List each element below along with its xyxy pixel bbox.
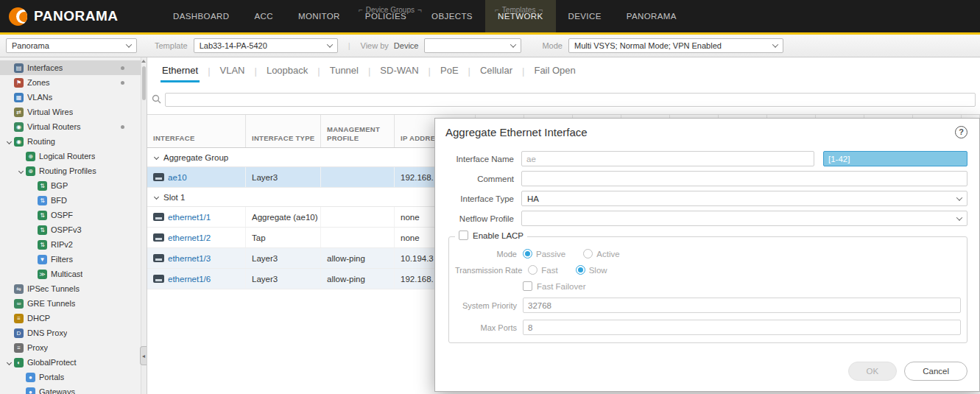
sidebar-item-bgp[interactable]: ⇅BGP xyxy=(0,178,147,193)
nav-monitor[interactable]: MONITOR xyxy=(286,0,353,32)
sidebar-scrollbar[interactable] xyxy=(141,57,147,394)
dialog-header: Aggregate Ethernet Interface ? xyxy=(435,119,979,145)
help-icon[interactable]: ? xyxy=(955,126,967,138)
brand-name: PANORAMA xyxy=(34,8,118,24)
sidebar-item-gre-tunnels[interactable]: ∞GRE Tunnels xyxy=(0,296,147,311)
template-select[interactable]: Lab33-14-PA-5420 xyxy=(194,38,338,53)
interface-link[interactable]: ethernet1/3 xyxy=(168,254,211,263)
mode-select[interactable]: Multi VSYS; Normal Mode; VPN Enabled xyxy=(568,38,783,53)
nav-policies[interactable]: POLICIES xyxy=(353,0,419,32)
interface-link[interactable]: ethernet1/2 xyxy=(168,233,211,242)
nav-acc[interactable]: ACC xyxy=(242,0,285,32)
sidebar-item-multicast[interactable]: ≫Multicast xyxy=(0,267,147,281)
sidebar-item-interfaces[interactable]: ▤Interfaces xyxy=(0,60,147,75)
sidebar-item-proxy[interactable]: ≡Proxy xyxy=(0,340,147,355)
nav-network[interactable]: NETWORK xyxy=(485,0,556,32)
comment-input[interactable] xyxy=(521,171,967,186)
sidebar-item-label: GlobalProtect xyxy=(27,358,77,367)
logical-routers-icon: ⊕ xyxy=(26,152,35,161)
sidebar-item-label: OSPF xyxy=(51,211,73,219)
sidebar-item-label: Multicast xyxy=(51,270,82,278)
search-input[interactable] xyxy=(165,93,976,107)
ok-button[interactable]: OK xyxy=(848,362,898,381)
sidebar-item-gateways[interactable]: ●Gateways xyxy=(0,384,147,394)
scroll-up-icon[interactable] xyxy=(141,60,146,63)
system-priority-input[interactable] xyxy=(523,298,961,313)
sidebar-item-vlans[interactable]: ▦VLANs xyxy=(0,90,147,105)
tab-separator: | xyxy=(255,66,257,77)
interface-cell: ethernet1/1 xyxy=(147,207,246,227)
globalprotect-icon: ◐ xyxy=(14,358,24,367)
tab-loopback[interactable]: Loopback xyxy=(265,59,309,82)
tree-caret-icon[interactable] xyxy=(16,169,26,173)
column-header-interface-type[interactable]: INTERFACE TYPE xyxy=(246,115,321,147)
enable-lacp-checkbox[interactable] xyxy=(459,231,468,240)
scrollbar-thumb[interactable] xyxy=(142,66,146,100)
tree-caret-icon[interactable] xyxy=(4,361,14,365)
mode-select-value: Multi VSYS; Normal Mode; VPN Enabled xyxy=(574,41,722,50)
collapse-caret-icon[interactable] xyxy=(154,194,159,200)
collapse-caret-icon[interactable] xyxy=(154,155,159,160)
sidebar-item-globalprotect[interactable]: ◐GlobalProtect xyxy=(0,355,147,370)
interface-link[interactable]: ethernet1/1 xyxy=(168,213,211,222)
interface-link[interactable]: ae10 xyxy=(168,173,187,182)
filters-icon: ▼ xyxy=(38,255,47,264)
sidebar-item-portals[interactable]: ●Portals xyxy=(0,370,147,384)
interface-name-input[interactable] xyxy=(521,151,814,166)
tab-ethernet[interactable]: Ethernet xyxy=(161,59,200,82)
lacp-mode-passive-radio[interactable]: Passive xyxy=(523,249,565,258)
nav-dashboard[interactable]: DASHBOARD xyxy=(161,0,242,32)
tab-fail-open[interactable]: Fail Open xyxy=(532,59,577,82)
dhcp-icon: ≡ xyxy=(14,314,24,323)
sidebar-item-dhcp[interactable]: ≡DHCP xyxy=(0,311,147,326)
netflow-select[interactable] xyxy=(521,211,967,226)
interface-type-select[interactable]: HA xyxy=(521,191,967,206)
tab-poe[interactable]: PoE xyxy=(439,59,460,82)
tab-tunnel[interactable]: Tunnel xyxy=(328,59,360,82)
sidebar-item-virtual-routers[interactable]: ◉Virtual Routers xyxy=(0,119,147,134)
sidebar-item-dns-proxy[interactable]: DDNS Proxy xyxy=(0,326,147,340)
column-header-management-profile[interactable]: MANAGEMENT PROFILE xyxy=(321,115,395,147)
tab-vlan[interactable]: VLAN xyxy=(219,59,247,82)
profile-cell xyxy=(321,167,395,187)
interface-number-input[interactable] xyxy=(823,151,967,166)
context-select[interactable]: Panorama xyxy=(6,38,137,53)
max-ports-input[interactable] xyxy=(523,320,961,335)
tab-separator: | xyxy=(522,66,524,77)
sidebar-item-filters[interactable]: ▼Filters xyxy=(0,252,147,267)
nav-objects[interactable]: OBJECTS xyxy=(419,0,485,32)
sidebar-item-virtual-wires[interactable]: ⇄Virtual Wires xyxy=(0,105,147,119)
lacp-rate-slow-radio[interactable]: Slow xyxy=(576,265,607,275)
chevron-down-icon xyxy=(956,194,962,200)
sidebar-item-ospf[interactable]: ⇅OSPF xyxy=(0,208,147,222)
interface-link[interactable]: ethernet1/6 xyxy=(168,275,211,284)
lacp-mode-active-radio[interactable]: Active xyxy=(583,249,619,258)
sidebar-item-bfd[interactable]: ⇅BFD xyxy=(0,193,147,208)
nav-device[interactable]: DEVICE xyxy=(556,0,614,32)
subtabs: Ethernet|VLAN|Loopback|Tunnel|SD-WAN|PoE… xyxy=(147,57,980,84)
tab-sd-wan[interactable]: SD-WAN xyxy=(378,59,420,82)
override-dot xyxy=(121,66,124,70)
sidebar-item-ipsec-tunnels[interactable]: ⇋IPSec Tunnels xyxy=(0,281,147,296)
cancel-button[interactable]: Cancel xyxy=(904,362,967,381)
template-select-value: Lab33-14-PA-5420 xyxy=(200,41,267,50)
sidebar-item-logical-routers[interactable]: ⊕Logical Routers xyxy=(0,149,147,163)
sidebar-item-zones[interactable]: ⚑Zones xyxy=(0,75,147,90)
device-select[interactable] xyxy=(424,38,521,53)
nav-panorama[interactable]: PANORAMA xyxy=(614,0,689,32)
dialog-title: Aggregate Ethernet Interface xyxy=(445,126,588,138)
column-header-interface[interactable]: INTERFACE xyxy=(147,115,246,147)
lacp-rate-fast-radio[interactable]: Fast xyxy=(528,265,557,275)
sidebar-item-ospfv3[interactable]: ⇅OSPFv3 xyxy=(0,222,147,237)
sidebar-item-routing-profiles[interactable]: ⊕Routing Profiles xyxy=(0,163,147,178)
fast-failover-option[interactable]: Fast Failover xyxy=(523,281,585,291)
fast-failover-checkbox[interactable] xyxy=(523,281,532,291)
lacp-rate-label: Transmission Rate xyxy=(455,266,528,275)
sidebar-collapse-handle[interactable]: ◂ xyxy=(140,346,147,365)
tree-caret-icon[interactable] xyxy=(4,140,14,144)
type-cell: Layer3 xyxy=(246,167,321,187)
sidebar-item-label: OSPFv3 xyxy=(51,225,82,234)
tab-cellular[interactable]: Cellular xyxy=(479,59,514,82)
sidebar-item-ripv2[interactable]: ⇅RIPv2 xyxy=(0,237,147,252)
sidebar-item-routing[interactable]: ◉Routing xyxy=(0,134,147,149)
